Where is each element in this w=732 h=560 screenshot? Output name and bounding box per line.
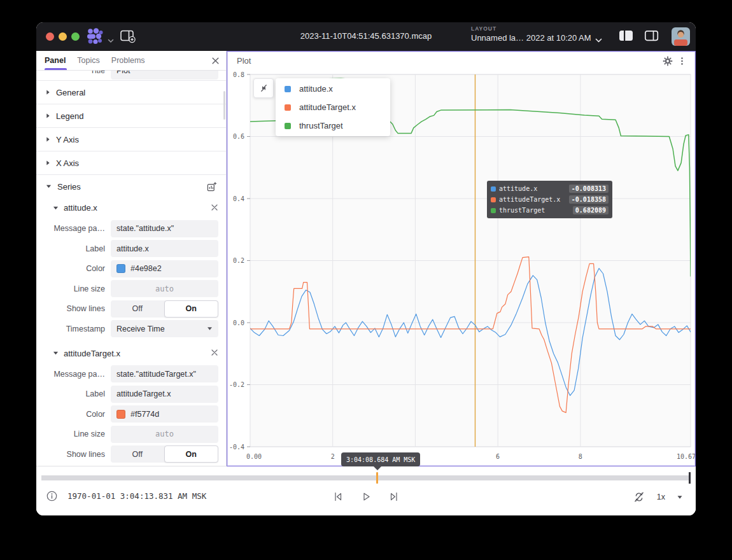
legend-color-swatch — [285, 86, 291, 92]
message-path-input[interactable]: state."attitudeTarget.x" — [111, 365, 218, 382]
show-lines-label: Show lines — [36, 304, 111, 313]
playback-end-marker — [689, 472, 691, 484]
tab-panel[interactable]: Panel — [45, 51, 66, 70]
color-hex-value: #f5774d — [130, 410, 159, 419]
section-series[interactable]: Series — [36, 174, 226, 198]
line-size-input[interactable]: auto — [111, 426, 218, 443]
play-button[interactable] — [359, 489, 374, 504]
color-input[interactable]: #f5774d — [111, 405, 218, 423]
y-axis-tick-label: 0.8 — [233, 71, 244, 78]
series-header[interactable]: attitude.x — [36, 198, 226, 218]
legend-item-label: thrustTarget — [299, 121, 343, 130]
chevron-down-icon — [53, 206, 59, 211]
section-y-axis-label: Y Axis — [56, 135, 218, 144]
toggle-left-sidebar-button[interactable] — [619, 30, 634, 45]
y-axis-tick-label: -0.4 — [229, 444, 244, 451]
color-input[interactable]: #4e98e2 — [111, 260, 218, 277]
playback-info-button[interactable] — [45, 489, 59, 503]
show-lines-on-button[interactable]: On — [164, 445, 219, 463]
chevron-down-icon — [207, 326, 213, 331]
skip-to-end-icon — [388, 491, 400, 503]
section-y-axis[interactable]: Y Axis — [36, 127, 226, 151]
show-lines-on-button[interactable]: On — [164, 300, 219, 318]
message-path-input[interactable]: state."attitude.x" — [111, 220, 218, 237]
playback-scrubber[interactable] — [41, 475, 691, 480]
app-window: 2023-11-10T04:51:45.631370.mcap LAYOUT U… — [36, 22, 696, 515]
color-row: Color #4e98e2 — [36, 260, 218, 278]
y-axis-tick-label: 0.2 — [233, 257, 244, 264]
section-general-label: General — [56, 88, 218, 97]
plot-legend: attitude.xattitudeTarget.xthrustTarget — [276, 78, 390, 136]
line-size-row: Line size auto — [36, 425, 218, 444]
x-axis-tick-label: 2 — [331, 453, 335, 460]
plot-panel-title: Plot — [237, 56, 251, 66]
loop-off-icon — [633, 491, 645, 503]
layout-chevron-icon[interactable] — [595, 34, 602, 46]
minimize-window-button[interactable] — [59, 32, 67, 41]
message-path-row: Message pa… state."attitude.x" — [36, 220, 218, 238]
close-window-button[interactable] — [46, 32, 54, 41]
plot-panel[interactable]: Plot — [227, 51, 696, 466]
timestamp-row: Timestamp Receive Time — [36, 319, 218, 338]
title-field-input[interactable]: Plot — [111, 71, 218, 80]
tab-problems[interactable]: Problems — [111, 51, 145, 70]
add-series-icon — [206, 181, 217, 192]
panel-settings-sidebar: Panel Topics Problems Title Plot General — [36, 51, 227, 466]
add-panel-button[interactable] — [120, 30, 137, 44]
legend-item-label: attitudeTarget.x — [299, 102, 356, 112]
remove-series-icon[interactable] — [211, 202, 218, 214]
section-x-axis[interactable]: X Axis — [36, 151, 226, 174]
playback-bar: 1970-01-01 3:04:13.831 AM MSK — [36, 466, 696, 515]
remove-series-icon[interactable] — [211, 347, 218, 359]
playback-speed[interactable]: 1x — [657, 493, 665, 501]
speed-chevron-icon[interactable] — [675, 494, 684, 501]
show-lines-off-button[interactable]: Off — [111, 300, 164, 318]
panel-menu-button[interactable] — [676, 55, 688, 67]
add-series-button[interactable] — [205, 180, 218, 193]
x-axis-tick-label: 6 — [496, 453, 500, 460]
seek-end-button[interactable] — [387, 489, 402, 504]
color-swatch[interactable] — [116, 264, 125, 273]
legend-item[interactable]: thrustTarget — [276, 116, 390, 135]
document-title-text[interactable]: 2023-11-10T04:51:45.631370.mcap — [300, 31, 432, 41]
section-legend[interactable]: Legend — [36, 104, 226, 127]
label-input[interactable]: attitude.x — [111, 240, 218, 257]
series-editor-attitude-x: attitude.x Message pa… state."attitude.x… — [36, 198, 226, 344]
user-avatar[interactable] — [672, 27, 690, 46]
loop-playback-button[interactable] — [631, 489, 647, 505]
seek-start-button[interactable] — [331, 489, 346, 504]
tab-topics[interactable]: Topics — [77, 51, 99, 70]
app-menu-chevron-icon[interactable] — [108, 34, 114, 46]
series-name: attitude.x — [64, 203, 206, 213]
series-header[interactable]: attitudeTarget.x — [36, 344, 226, 363]
section-legend-label: Legend — [56, 111, 218, 121]
color-swatch[interactable] — [116, 410, 125, 419]
titlebar: 2023-11-10T04:51:45.631370.mcap LAYOUT U… — [36, 22, 696, 51]
series-name: attitudeTarget.x — [64, 349, 206, 358]
zoom-window-button[interactable] — [71, 32, 80, 41]
playback-position-marker[interactable] — [376, 472, 378, 484]
color-label: Color — [36, 410, 111, 419]
panel-settings-button[interactable] — [661, 55, 674, 67]
line-size-input[interactable]: auto — [111, 280, 218, 297]
show-lines-toggle: Off On — [111, 445, 218, 463]
toggle-right-sidebar-button[interactable] — [644, 30, 659, 45]
color-hex-value: #4e98e2 — [130, 264, 162, 273]
legend-collapse-button[interactable] — [253, 78, 274, 98]
timestamp-select[interactable]: Receive Time — [111, 320, 218, 337]
show-lines-off-button[interactable]: Off — [111, 445, 164, 463]
legend-item[interactable]: attitude.x — [276, 80, 390, 98]
show-lines-row: Show lines Off On — [36, 300, 218, 318]
sidebar-scrollbar[interactable] — [223, 91, 225, 120]
sidebar-close-icon[interactable] — [211, 56, 220, 67]
gear-icon — [663, 56, 673, 66]
x-axis-tick-label: 10.67 — [677, 453, 696, 460]
legend-item[interactable]: attitudeTarget.x — [276, 98, 390, 116]
section-general[interactable]: General — [36, 80, 226, 104]
chevron-down-icon — [46, 184, 52, 189]
line-size-label: Line size — [36, 430, 111, 438]
show-lines-label: Show lines — [36, 450, 111, 459]
playback-current-time: 1970-01-01 3:04:13.831 AM MSK — [67, 491, 206, 501]
label-input[interactable]: attitudeTarget.x — [111, 386, 218, 403]
chevron-right-icon — [46, 89, 50, 95]
